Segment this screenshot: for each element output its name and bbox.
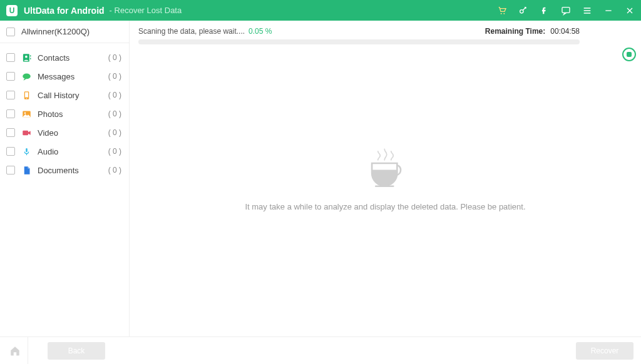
- contacts-icon: [21, 53, 31, 63]
- category-checkbox[interactable]: [6, 166, 15, 174]
- category-contacts[interactable]: Contacts ( 0 ): [0, 48, 129, 67]
- category-audio[interactable]: Audio ( 0 ): [0, 142, 129, 161]
- close-icon[interactable]: [625, 6, 635, 16]
- category-label: Messages: [38, 72, 108, 81]
- main-panel: Scaning the data, please wait.... 0.05 %…: [130, 21, 641, 336]
- category-checkbox[interactable]: [6, 109, 15, 118]
- svg-point-7: [25, 55, 28, 58]
- minimize-icon[interactable]: [603, 6, 613, 16]
- category-count: ( 0 ): [108, 147, 123, 156]
- device-checkbox[interactable]: [6, 28, 15, 36]
- footer-divider: [28, 337, 28, 365]
- category-label: Call History: [38, 91, 108, 100]
- category-label: Audio: [38, 147, 108, 156]
- category-count: ( 0 ): [108, 91, 123, 99]
- app-subtitle: - Recover Lost Data: [110, 6, 182, 15]
- video-icon: [21, 128, 31, 138]
- scan-placeholder: It may take a while to analyze and displ…: [130, 21, 641, 336]
- header-actions: [497, 6, 635, 16]
- category-checkbox[interactable]: [6, 72, 15, 81]
- coffee-cup-icon: [364, 146, 408, 190]
- svg-rect-15: [26, 148, 28, 151]
- svg-point-1: [503, 13, 505, 14]
- svg-rect-5: [30, 55, 31, 57]
- home-button[interactable]: [8, 343, 23, 358]
- category-checkbox[interactable]: [6, 91, 15, 99]
- category-photos[interactable]: Photos ( 0 ): [0, 104, 129, 123]
- key-icon[interactable]: [518, 6, 528, 16]
- device-row[interactable]: Allwinner(K1200Q): [0, 21, 129, 43]
- documents-icon: [21, 165, 31, 175]
- footer: Back Recover: [0, 336, 641, 364]
- category-label: Video: [38, 128, 108, 138]
- svg-point-2: [520, 9, 523, 13]
- category-messages[interactable]: Messages ( 0 ): [0, 67, 129, 86]
- photos-icon: [21, 109, 31, 119]
- category-checkbox[interactable]: [6, 128, 15, 137]
- cart-icon[interactable]: [497, 6, 507, 16]
- messages-icon: [21, 71, 31, 81]
- category-count: ( 0 ): [108, 109, 123, 118]
- device-name: Allwinner(K1200Q): [21, 27, 90, 36]
- recover-button[interactable]: Recover: [576, 342, 633, 360]
- feedback-icon[interactable]: [561, 6, 571, 16]
- back-button[interactable]: Back: [48, 342, 105, 360]
- category-count: ( 0 ): [108, 128, 123, 137]
- svg-point-11: [26, 98, 26, 98]
- title-bar: U UltData for Android - Recover Lost Dat…: [0, 0, 641, 21]
- svg-point-0: [501, 13, 502, 14]
- svg-rect-6: [30, 58, 31, 59]
- category-video[interactable]: Video ( 0 ): [0, 123, 129, 142]
- category-label: Contacts: [38, 53, 108, 63]
- facebook-icon[interactable]: [540, 6, 550, 16]
- category-checkbox[interactable]: [6, 53, 15, 62]
- category-count: ( 0 ): [108, 53, 123, 62]
- menu-icon[interactable]: [582, 6, 592, 16]
- app-title: UltData for Android: [24, 6, 105, 16]
- svg-point-8: [23, 73, 31, 79]
- svg-point-13: [24, 112, 26, 114]
- svg-rect-10: [25, 92, 28, 97]
- wait-message: It may take a while to analyze and displ…: [245, 202, 525, 211]
- phone-icon: [21, 90, 31, 100]
- category-call-history[interactable]: Call History ( 0 ): [0, 86, 129, 104]
- category-label: Photos: [38, 109, 108, 119]
- category-count: ( 0 ): [108, 166, 123, 174]
- category-checkbox[interactable]: [6, 147, 15, 156]
- category-label: Documents: [38, 166, 108, 175]
- category-count: ( 0 ): [108, 72, 123, 81]
- svg-rect-14: [23, 130, 28, 135]
- svg-rect-3: [562, 7, 570, 13]
- sidebar: Allwinner(K1200Q) Contacts ( 0 ) Message…: [0, 21, 130, 336]
- category-documents[interactable]: Documents ( 0 ): [0, 161, 129, 179]
- app-logo-icon: U: [6, 5, 18, 16]
- body: Allwinner(K1200Q) Contacts ( 0 ) Message…: [0, 21, 641, 336]
- audio-icon: [21, 146, 31, 156]
- category-list: Contacts ( 0 ) Messages ( 0 ) Call Histo…: [0, 43, 129, 179]
